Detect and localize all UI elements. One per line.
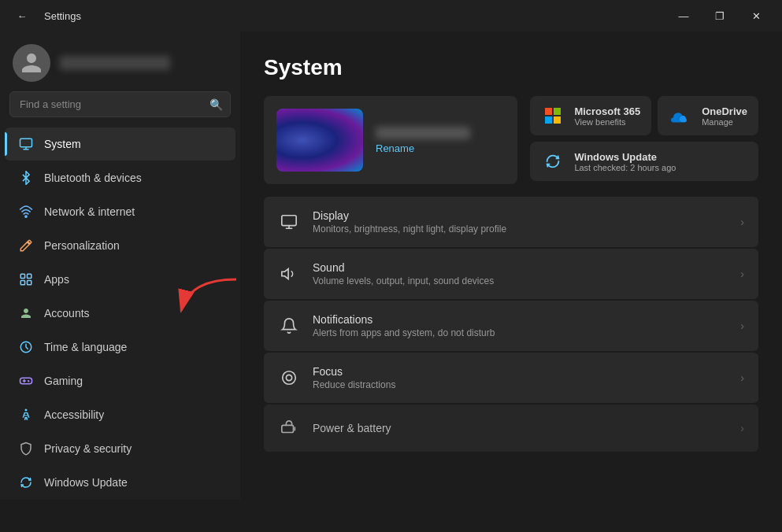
sidebar-item-accounts-label: Accounts [44,307,90,320]
quick-services-top: Microsoft 365 View benefits OneDri [530,96,758,135]
user-profile[interactable] [0,31,240,91]
accessibility-icon [17,406,35,423]
sidebar-item-accessibility-label: Accessibility [44,408,104,421]
power-setting-item[interactable]: Power & battery › [264,405,758,452]
microsoft365-item[interactable]: Microsoft 365 View benefits [530,96,651,135]
sidebar-item-privacy[interactable]: Privacy & security [5,432,235,465]
device-thumbnail [276,109,363,172]
sidebar-item-system[interactable]: System [5,127,235,161]
display-setting-item[interactable]: Display Monitors, brightness, night ligh… [264,197,758,247]
apps-icon [17,271,35,288]
accounts-icon [17,305,35,322]
windows-update-qs-info: Windows Update Last checked: 2 hours ago [574,151,676,172]
settings-list: Display Monitors, brightness, night ligh… [264,197,758,452]
onedrive-info: OneDrive Manage [702,105,747,127]
svg-rect-14 [282,216,296,226]
svg-rect-12 [545,116,552,124]
windows-update-qs-item[interactable]: Windows Update Last checked: 2 hours ago [530,142,758,181]
back-button[interactable]: ← [8,3,36,28]
sound-title: Sound [313,261,728,274]
sidebar-item-network[interactable]: Network & internet [5,195,235,228]
focus-setting-item[interactable]: Focus Reduce distractions › [264,353,758,403]
svg-point-8 [25,409,28,412]
app-body: 🔍 System Bluetooth & devices [0,31,782,532]
svg-rect-13 [554,116,561,124]
svg-rect-11 [554,108,561,115]
microsoft365-icon [541,104,565,127]
svg-point-16 [283,371,296,385]
windows-update-qs-title: Windows Update [574,151,676,163]
display-text: Display Monitors, brightness, night ligh… [313,209,728,235]
title-bar: ← Settings — ❐ ✕ [0,0,782,31]
sidebar-item-time[interactable]: Time & language [5,331,235,364]
rename-link[interactable]: Rename [376,142,470,154]
sidebar-item-privacy-label: Privacy & security [44,442,132,455]
display-subtitle: Monitors, brightness, night light, displ… [313,224,728,235]
sound-icon [278,263,300,285]
notifications-subtitle: Alerts from apps and system, do not dist… [313,327,728,338]
display-icon [278,211,300,233]
power-text: Power & battery [313,422,728,434]
display-title: Display [313,209,728,222]
device-info: Rename [376,127,470,154]
sidebar-item-gaming-label: Gaming [44,375,83,387]
search-input[interactable] [9,91,231,117]
sidebar-item-bluetooth[interactable]: Bluetooth & devices [5,161,235,194]
sound-subtitle: Volume levels, output, input, sound devi… [313,275,728,286]
windows-update-qs-subtitle: Last checked: 2 hours ago [574,163,676,172]
focus-icon [278,367,300,389]
display-chevron: › [740,216,744,228]
svg-rect-3 [28,274,32,278]
power-title: Power & battery [313,422,728,434]
sound-setting-item[interactable]: Sound Volume levels, output, input, soun… [264,249,758,299]
sidebar-item-apps[interactable]: Apps [5,263,235,296]
avatar [13,44,50,82]
device-name [376,127,470,139]
sidebar-item-gaming[interactable]: Gaming [5,364,235,397]
gaming-icon [17,372,35,390]
onedrive-icon [669,104,692,127]
device-thumb-inner [276,109,363,172]
maximize-button[interactable]: ❐ [702,3,738,28]
svg-rect-0 [20,139,32,147]
sidebar: 🔍 System Bluetooth & devices [0,31,240,500]
sidebar-item-update-label: Windows Update [44,476,128,489]
sidebar-item-accessibility[interactable]: Accessibility [5,398,235,431]
sidebar-item-network-label: Network & internet [44,205,135,218]
sidebar-item-personalization-label: Personalization [44,239,120,252]
minimize-button[interactable]: — [665,3,702,28]
main-content: System Rename [240,31,782,532]
sidebar-nav: System Bluetooth & devices Network & int… [0,127,240,500]
bluetooth-icon [17,169,35,187]
svg-marker-15 [282,269,288,279]
notifications-text: Notifications Alerts from apps and syste… [313,313,728,338]
power-icon [278,417,300,439]
sidebar-item-update[interactable]: Windows Update [5,466,235,499]
sidebar-item-bluetooth-label: Bluetooth & devices [44,172,142,184]
time-icon [17,338,35,356]
privacy-icon [17,440,35,457]
microsoft365-subtitle: View benefits [574,117,640,127]
sound-text: Sound Volume levels, output, input, soun… [313,261,728,286]
svg-point-1 [25,216,27,217]
sidebar-item-accounts[interactable]: Accounts [5,297,235,330]
svg-rect-18 [282,425,294,432]
focus-text: Focus Reduce distractions [313,365,728,390]
svg-rect-4 [20,281,24,285]
svg-rect-5 [28,281,32,285]
onedrive-item[interactable]: OneDrive Manage [658,96,758,135]
device-card: Rename [264,96,517,184]
close-button[interactable]: ✕ [738,3,774,28]
personalization-icon [17,237,35,254]
notifications-setting-item[interactable]: Notifications Alerts from apps and syste… [264,301,758,351]
search-icon: 🔍 [209,98,223,111]
notifications-icon [278,315,300,337]
network-icon [17,203,35,220]
sidebar-item-personalization[interactable]: Personalization [5,229,235,262]
sidebar-item-system-label: System [44,138,81,150]
page-title: System [264,55,758,80]
onedrive-subtitle: Manage [702,117,747,127]
app-title: Settings [44,10,81,22]
search-bar[interactable]: 🔍 [9,91,231,117]
sidebar-wrapper: 🔍 System Bluetooth & devices [0,31,240,532]
